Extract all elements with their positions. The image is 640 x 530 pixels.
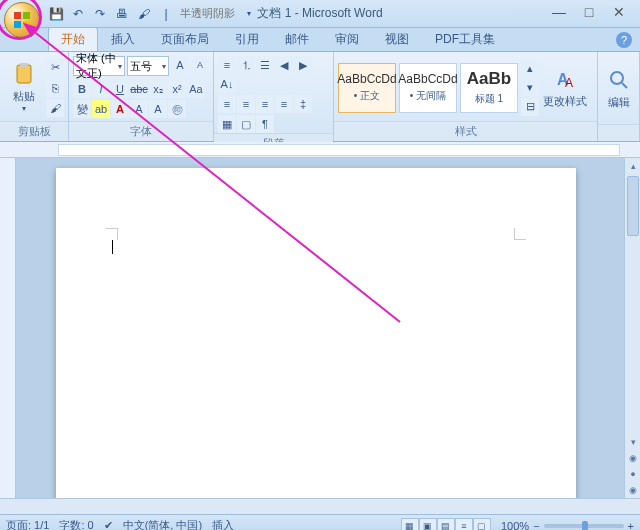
zoom-slider[interactable] [544, 524, 624, 528]
status-language[interactable]: 中文(简体, 中国) [123, 518, 202, 530]
enclose-char-button[interactable]: ㊞ [168, 100, 186, 118]
chevron-down-icon: ▾ [22, 104, 26, 113]
brush-icon[interactable]: 🖌 [136, 6, 152, 22]
view-fullscreen[interactable]: ▣ [419, 518, 437, 531]
sort-button[interactable]: A↓ [218, 75, 236, 93]
numbering-button[interactable]: ⒈ [237, 56, 255, 74]
ruler-vertical[interactable] [0, 158, 16, 498]
scrollbar-horizontal[interactable] [0, 498, 640, 514]
status-page[interactable]: 页面: 1/1 [6, 518, 49, 530]
font-name-combo[interactable]: 宋体 (中文正)▾ [73, 56, 125, 76]
view-outline[interactable]: ≡ [455, 518, 473, 531]
tab-page-layout[interactable]: 页面布局 [148, 27, 222, 51]
bullets-button[interactable]: ≡ [218, 56, 236, 74]
help-icon[interactable]: ? [616, 32, 632, 48]
prev-page-icon[interactable]: ◉ [625, 450, 640, 466]
clipboard-label: 剪贴板 [0, 121, 68, 141]
grow-font-button[interactable]: A [171, 56, 189, 74]
show-marks-button[interactable]: ¶ [256, 115, 274, 133]
zoom-value[interactable]: 100% [501, 520, 529, 531]
italic-button[interactable]: I [92, 80, 110, 98]
justify-button[interactable]: ≡ [275, 95, 293, 113]
underline-button[interactable]: U [111, 80, 129, 98]
style-preview: AaBbCcDd [337, 72, 396, 86]
paste-button[interactable]: 粘贴 ▾ [4, 55, 44, 121]
line-spacing-button[interactable]: ‡ [294, 95, 312, 113]
maximize-button[interactable]: □ [574, 2, 604, 22]
ruler-horizontal[interactable] [0, 142, 640, 158]
font-size-combo[interactable]: 五号▾ [127, 56, 169, 76]
align-left-button[interactable]: ≡ [218, 95, 236, 113]
document-scroll[interactable] [16, 158, 640, 498]
style-scroll-down[interactable]: ▾ [521, 79, 539, 97]
bold-button[interactable]: B [73, 80, 91, 98]
multilevel-button[interactable]: ☰ [256, 56, 274, 74]
indent-inc-button[interactable]: ▶ [294, 56, 312, 74]
zoom-slider-thumb[interactable] [582, 521, 588, 531]
zoom-out-button[interactable]: − [533, 520, 539, 531]
borders-button[interactable]: ▢ [237, 115, 255, 133]
tab-references[interactable]: 引用 [222, 27, 272, 51]
redo-icon[interactable]: ↷ [92, 6, 108, 22]
cut-button[interactable]: ✂ [46, 59, 64, 77]
shading-button[interactable]: ▦ [218, 115, 236, 133]
save-icon[interactable]: 💾 [48, 6, 64, 22]
tab-home[interactable]: 开始 [48, 27, 98, 51]
shadow-effect-dropdown[interactable]: 半透明阴影 [180, 6, 235, 22]
status-proof-icon[interactable]: ✔ [104, 519, 113, 530]
tab-mailings[interactable]: 邮件 [272, 27, 322, 51]
zoom-in-button[interactable]: + [628, 520, 634, 531]
editing-label: 编辑 [608, 95, 630, 110]
scroll-up-icon[interactable]: ▴ [625, 158, 640, 174]
font-color-button[interactable]: A [111, 100, 129, 118]
tab-view[interactable]: 视图 [372, 27, 422, 51]
status-mode[interactable]: 插入 [212, 518, 234, 530]
style-scroll-up[interactable]: ▴ [521, 60, 539, 78]
format-painter-button[interactable]: 🖌 [46, 99, 64, 117]
char-border-button[interactable]: A [130, 100, 148, 118]
minimize-button[interactable]: — [544, 2, 574, 22]
scrollbar-vertical[interactable]: ▴ ▾ ◉ ● ◉ [624, 158, 640, 498]
strike-button[interactable]: abc [130, 80, 148, 98]
close-button[interactable]: ✕ [604, 2, 634, 22]
browse-object-icon[interactable]: ● [625, 466, 640, 482]
style-normal[interactable]: AaBbCcDd • 正文 [338, 63, 396, 113]
scroll-down-icon[interactable]: ▾ [625, 434, 640, 450]
next-page-icon[interactable]: ◉ [625, 482, 640, 498]
style-heading1[interactable]: AaBb 标题 1 [460, 63, 518, 113]
tab-review[interactable]: 审阅 [322, 27, 372, 51]
copy-button[interactable]: ⎘ [46, 79, 64, 97]
scroll-thumb[interactable] [627, 176, 639, 236]
align-right-button[interactable]: ≡ [256, 95, 274, 113]
print-icon[interactable]: 🖶 [114, 6, 130, 22]
office-button[interactable] [4, 2, 40, 38]
group-paragraph: ≡ ⒈ ☰ ◀ ▶ A↓ ≡ ≡ ≡ ≡ ‡ ▦ ▢ ¶ 段落 [214, 52, 334, 141]
char-shading-button[interactable]: A [149, 100, 167, 118]
status-words[interactable]: 字数: 0 [59, 518, 93, 530]
undo-icon[interactable]: ↶ [70, 6, 86, 22]
page[interactable] [56, 168, 576, 498]
style-preview: AaBb [467, 69, 511, 89]
editing-button[interactable]: 编辑 [602, 56, 635, 122]
highlight-button[interactable]: ab [92, 100, 110, 118]
indent-dec-button[interactable]: ◀ [275, 56, 293, 74]
change-styles-button[interactable]: AA 更改样式 [541, 55, 589, 121]
tab-pdf-tools[interactable]: PDF工具集 [422, 27, 508, 51]
shrink-font-button[interactable]: A [191, 56, 209, 74]
window-title: 文档 1 - Microsoft Word [257, 5, 382, 22]
view-print-layout[interactable]: ▦ [401, 518, 419, 531]
text-cursor [112, 240, 113, 254]
align-center-button[interactable]: ≡ [237, 95, 255, 113]
qat-dropdown-icon[interactable]: ▾ [241, 6, 257, 22]
subscript-button[interactable]: x₂ [149, 80, 167, 98]
change-styles-label: 更改样式 [543, 94, 587, 109]
style-no-spacing[interactable]: AaBbCcDd • 无间隔 [399, 63, 457, 113]
style-name: 标题 1 [475, 92, 503, 106]
view-draft[interactable]: ▢ [473, 518, 491, 531]
view-web[interactable]: ▤ [437, 518, 455, 531]
superscript-button[interactable]: x² [168, 80, 186, 98]
clear-format-button[interactable]: Aa [187, 80, 205, 98]
phonetic-button[interactable]: 變 [73, 100, 91, 118]
tab-insert[interactable]: 插入 [98, 27, 148, 51]
style-expand[interactable]: ⊟ [521, 98, 539, 116]
